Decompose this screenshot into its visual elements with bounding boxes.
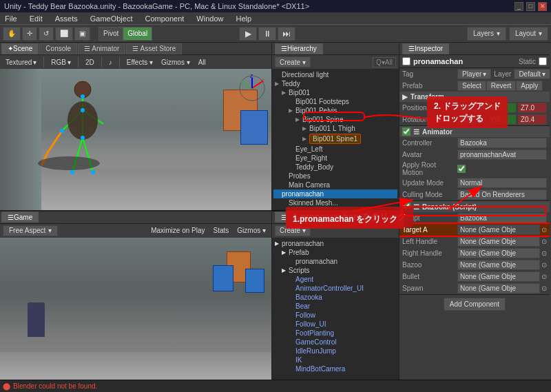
- minimize-button[interactable]: _: [514, 2, 523, 11]
- prefab-apply-button[interactable]: Apply: [516, 81, 543, 91]
- hierarchy-item-footsteps[interactable]: Bip001 Footsteps: [273, 97, 397, 106]
- controller-value[interactable]: Bazooka: [457, 138, 547, 148]
- bazoo-pick-icon[interactable]: ⊙: [541, 261, 547, 269]
- rotation-y[interactable]: Y 0: [488, 114, 517, 125]
- prefab-select-button[interactable]: Select: [457, 81, 486, 91]
- hierarchy-search[interactable]: Q▾All: [373, 57, 396, 68]
- pivot-global-toggle[interactable]: Pivot Global: [98, 27, 152, 41]
- target-a-pick-icon[interactable]: ⊙: [541, 226, 547, 234]
- right-handle-value[interactable]: None (Game Obje: [457, 248, 540, 258]
- textured-toggle[interactable]: Textured ▾: [3, 59, 39, 66]
- pause-button[interactable]: ⏸: [258, 27, 276, 41]
- transform-header[interactable]: ▶ Transform: [399, 92, 550, 102]
- script-value[interactable]: Bazooka: [457, 213, 547, 223]
- tool-rotate[interactable]: ↺: [39, 27, 54, 41]
- tag-dropdown[interactable]: Player ▾: [457, 69, 491, 79]
- tool-move[interactable]: ✛: [22, 27, 37, 41]
- static-checkbox[interactable]: [539, 57, 547, 65]
- layers-dropdown[interactable]: Layers ▾: [467, 27, 506, 41]
- menu-edit[interactable]: Edit: [28, 14, 45, 23]
- project-item-scripts[interactable]: ▶ Scripts: [273, 266, 397, 275]
- project-item-game-control[interactable]: GameControl: [273, 338, 397, 347]
- maximize-button[interactable]: □: [526, 2, 535, 11]
- hierarchy-item-teddy[interactable]: ▶ Teddy: [273, 79, 397, 88]
- tab-inspector[interactable]: ☰ Inspector: [402, 43, 449, 54]
- rgb-toggle[interactable]: RGB ▾: [48, 59, 74, 66]
- tab-project[interactable]: ☰ Project: [275, 212, 315, 223]
- project-item-ik[interactable]: IK: [273, 355, 397, 364]
- hierarchy-item-probes[interactable]: Probes: [273, 172, 397, 180]
- layer-dropdown[interactable]: Default ▾: [514, 69, 550, 79]
- scene-gizmo[interactable]: X Y Z: [238, 74, 266, 102]
- add-component-button[interactable]: Add Component: [444, 298, 506, 311]
- spawn-pick-icon[interactable]: ⊙: [541, 285, 547, 292]
- play-button[interactable]: ▶: [239, 27, 257, 41]
- tab-animator[interactable]: ☰ Animator: [78, 43, 125, 54]
- tool-hand[interactable]: ✋: [3, 27, 21, 41]
- hierarchy-item-eye-left[interactable]: Eye_Left: [273, 145, 397, 154]
- stats-toggle[interactable]: Stats: [211, 227, 232, 234]
- menu-file[interactable]: File: [3, 14, 19, 23]
- project-item-animator-ui[interactable]: AnimatorController_UI: [273, 284, 397, 293]
- pivot-option[interactable]: Pivot: [99, 28, 123, 40]
- tab-scene[interactable]: ✦ Scene: [1, 43, 39, 54]
- hierarchy-item-eye-right[interactable]: Eye_Right: [273, 154, 397, 163]
- hierarchy-item-bip001[interactable]: ▶ Bip001: [273, 88, 397, 97]
- bullet-value[interactable]: None (Game Obje: [457, 271, 540, 282]
- menu-help[interactable]: Help: [233, 14, 253, 23]
- project-item-prefab[interactable]: ▶ Prefab: [273, 248, 397, 257]
- hierarchy-item-directional[interactable]: Directional light: [273, 70, 397, 79]
- close-button[interactable]: ✕: [538, 2, 547, 11]
- right-handle-pick-icon[interactable]: ⊙: [541, 249, 547, 257]
- target-a-value[interactable]: None (Game Obje: [457, 225, 540, 235]
- window-controls[interactable]: _ □ ✕: [514, 2, 547, 11]
- hierarchy-item-teddy-body[interactable]: Teddy_Body: [273, 163, 397, 172]
- bullet-pick-icon[interactable]: ⊙: [541, 273, 547, 280]
- layout-dropdown[interactable]: Layout ▾: [509, 27, 548, 41]
- bazooka-active[interactable]: [402, 203, 410, 211]
- project-item-follow-ui[interactable]: Follow_UI: [273, 320, 397, 329]
- game-gizmos-toggle[interactable]: Gizmos ▾: [234, 227, 269, 234]
- left-handle-value[interactable]: None (Game Obje: [457, 236, 540, 247]
- position-z[interactable]: Z 7.0: [518, 103, 547, 113]
- hierarchy-item-main-camera[interactable]: Main Camera: [273, 180, 397, 189]
- global-option[interactable]: Global: [123, 28, 152, 40]
- project-item-bazooka[interactable]: Bazooka: [273, 293, 397, 302]
- aspect-dropdown[interactable]: Free Aspect ▾: [3, 225, 58, 236]
- update-mode-value[interactable]: Normal: [457, 178, 547, 188]
- hierarchy-item-skinned-mesh[interactable]: Skinned Mesh...: [273, 198, 397, 207]
- spawn-value[interactable]: None (Game Obje: [457, 283, 540, 293]
- menu-component[interactable]: Component: [143, 14, 186, 23]
- rotation-x[interactable]: X 0: [457, 114, 486, 125]
- scene-viewport[interactable]: X Y Z: [0, 69, 271, 210]
- hierarchy-item-spine[interactable]: ▶ Bip001 Spine: [273, 115, 397, 124]
- culling-mode-value[interactable]: Based On Renderers: [457, 189, 547, 200]
- all-toggle[interactable]: All: [196, 59, 209, 66]
- prefab-revert-button[interactable]: Revert: [486, 81, 516, 91]
- project-item-idle-run-jump[interactable]: IdleRunJump: [273, 347, 397, 355]
- bazoo-value[interactable]: None (Game Obje: [457, 260, 540, 270]
- project-item-follow[interactable]: Follow: [273, 311, 397, 320]
- project-item-agent[interactable]: Agent: [273, 275, 397, 284]
- animator-active[interactable]: [402, 127, 410, 136]
- effects-toggle[interactable]: Effects ▾: [124, 59, 156, 66]
- left-handle-pick-icon[interactable]: ⊙: [541, 238, 547, 245]
- hierarchy-item-spine1[interactable]: ▶ Bip001 Spine1: [273, 133, 397, 145]
- project-create-button[interactable]: Create ▾: [275, 225, 311, 236]
- project-item-bear[interactable]: Bear: [273, 302, 397, 311]
- avatar-value[interactable]: pronamachanAvat: [457, 149, 547, 160]
- project-item-foot-planting[interactable]: FootPlanting: [273, 329, 397, 338]
- menu-assets[interactable]: Assets: [53, 14, 80, 23]
- animator-header[interactable]: ☰ Animator: [399, 126, 550, 137]
- step-button[interactable]: ⏭: [278, 27, 295, 41]
- hierarchy-item-pelvis[interactable]: ▶ Bip001 Pelvis: [273, 106, 397, 115]
- apply-root-checkbox[interactable]: [457, 165, 466, 173]
- menu-window[interactable]: Window: [194, 14, 225, 23]
- hierarchy-item-lthigh[interactable]: ▶ Bip001 L Thigh: [273, 124, 397, 133]
- tab-hierarchy[interactable]: ☰ Hierarchy: [275, 43, 323, 54]
- bazooka-script-header[interactable]: ☰ Bazooka (Script): [399, 201, 550, 212]
- project-item-pronamachan-prefab[interactable]: pronamachan: [273, 257, 397, 266]
- 2d-toggle[interactable]: 2D: [83, 59, 97, 66]
- menu-gameobject[interactable]: GameObject: [88, 14, 135, 23]
- tab-console[interactable]: Console: [39, 43, 77, 54]
